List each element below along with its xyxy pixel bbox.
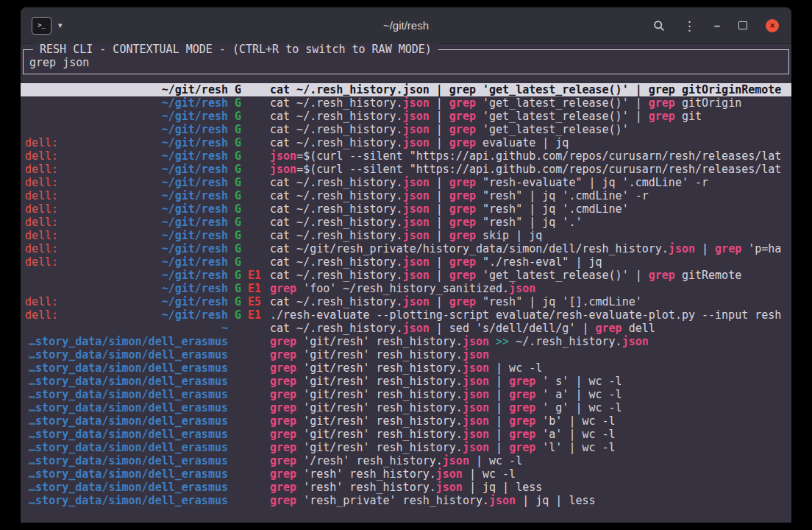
row-host: dell: <box>25 308 58 322</box>
row-flags: G <box>228 110 270 123</box>
row-directory: …story_data/simon/dell_erasmus <box>25 375 228 388</box>
row-flags <box>228 401 270 414</box>
history-row[interactable]: …story_data/simon/dell_erasmusgrep 'git/… <box>21 414 791 428</box>
git-flag: G <box>235 308 241 322</box>
query-match: json <box>669 242 695 255</box>
query-match: grep <box>449 83 476 96</box>
row-command: grep 'git/resh' resh_history.json | grep… <box>270 414 791 428</box>
history-row[interactable]: ~/git/reshGcat ~/.resh_history.json | gr… <box>21 96 791 110</box>
history-row[interactable]: dell:~/git/reshGcat ~/.resh_history.json… <box>21 216 791 229</box>
row-flags: G <box>228 136 270 149</box>
history-row[interactable]: dell:~/git/reshGjson=$(curl --silent "ht… <box>21 149 791 163</box>
query-match: json <box>622 335 649 348</box>
history-row[interactable]: ~/git/reshGE1cat ~/.resh_history.json | … <box>21 269 791 282</box>
row-directory: …story_data/simon/dell_erasmus <box>25 348 228 361</box>
row-command: grep 'git/resh' resh_history.json | wc -… <box>270 361 791 375</box>
minimize-button[interactable]: – <box>714 19 720 32</box>
row-flags <box>228 428 270 441</box>
history-row[interactable]: …story_data/simon/dell_erasmusgrep '/res… <box>21 454 791 467</box>
query-match: grep <box>449 216 476 229</box>
history-row[interactable]: dell:~/git/reshGcat ~/.resh_history.json… <box>21 202 791 216</box>
row-directory: …story_data/simon/dell_erasmus <box>25 441 228 454</box>
query-match: grep <box>509 388 535 401</box>
row-flags: G <box>228 149 270 163</box>
query-match: grep <box>649 96 675 110</box>
close-button[interactable]: × <box>766 19 779 32</box>
history-row[interactable]: dell:~/git/reshGcat ~/.resh_history.json… <box>21 136 791 149</box>
history-row[interactable]: …story_data/simon/dell_erasmusgrep 'git/… <box>21 348 791 361</box>
query-match: grep <box>509 375 535 388</box>
history-row[interactable]: dell:~/git/reshGcat ~/.resh_history.json… <box>21 229 791 242</box>
row-command: cat ~/.resh_history.json | grep "resh" |… <box>270 202 791 216</box>
row-flags: G <box>228 202 270 216</box>
row-flags: G <box>228 176 270 189</box>
terminal-app-icon[interactable]: >_ <box>32 17 51 35</box>
history-row[interactable]: …story_data/simon/dell_erasmusgrep 'resh… <box>21 467 791 481</box>
row-directory: …story_data/simon/dell_erasmus <box>25 388 228 401</box>
row-flags <box>228 335 270 348</box>
kebab-menu-icon[interactable]: ⋮ <box>683 18 696 33</box>
history-row[interactable]: dell:~/git/reshGjson=$(curl --silent "ht… <box>21 163 791 176</box>
history-row[interactable]: …story_data/simon/dell_erasmusgrep 'git/… <box>21 401 791 414</box>
titlebar[interactable]: >_ ▾ ~/git/resh ⋮ – × <box>21 7 791 44</box>
row-flags <box>228 467 270 481</box>
query-match: grep <box>509 401 535 414</box>
search-icon[interactable] <box>653 20 665 32</box>
history-row[interactable]: dell:~/git/reshGE1./resh-evaluate --plot… <box>21 308 791 322</box>
row-directory: …story_data/simon/dell_erasmus <box>25 361 228 375</box>
history-row[interactable]: …story_data/simon/dell_erasmusgrep 'git/… <box>21 375 791 388</box>
query-match: grep <box>649 110 675 123</box>
row-host: dell: <box>25 189 58 202</box>
row-command: grep 'git/resh' resh_history.json | grep… <box>270 441 791 454</box>
query-match: grep <box>449 176 476 189</box>
history-row[interactable]: …story_data/simon/dell_erasmusgrep 'resh… <box>21 481 791 494</box>
history-row[interactable]: ~/git/reshGcat ~/.resh_history.json | gr… <box>21 110 791 123</box>
query-match: json <box>403 269 430 282</box>
query-match: json <box>403 322 430 335</box>
query-match: grep <box>270 467 296 481</box>
history-row[interactable]: ~cat ~/.resh_history.json | sed 's/dell/… <box>21 322 791 335</box>
query-match: json <box>403 229 430 242</box>
history-row[interactable]: ~/git/reshGcat ~/.resh_history.json | gr… <box>21 83 791 96</box>
row-command: grep 'resh' resh_history.json | wc -l <box>270 467 791 481</box>
row-directory: ~/git/resh <box>25 282 228 295</box>
row-command: cat ~/.resh_history.json | grep "resh-ev… <box>270 176 791 189</box>
git-flag: G <box>235 242 241 255</box>
history-row[interactable]: ~/git/reshGE1grep 'foo' ~/resh_history_s… <box>21 282 791 295</box>
row-directory: …story_data/simon/dell_erasmus <box>25 414 228 428</box>
query-match: json <box>463 348 489 361</box>
history-list: ~/git/reshGcat ~/.resh_history.json | gr… <box>21 83 791 507</box>
history-row[interactable]: dell:~/git/reshGcat ~/.resh_history.json… <box>21 255 791 269</box>
git-flag: G <box>235 163 241 176</box>
row-directory: ~/git/resh <box>25 96 228 110</box>
history-row[interactable]: …story_data/simon/dell_erasmusgrep 'resh… <box>21 494 791 507</box>
restore-icon <box>738 21 747 29</box>
row-flags: GE5 <box>228 295 270 308</box>
history-row[interactable]: …story_data/simon/dell_erasmusgrep 'git/… <box>21 428 791 441</box>
history-row[interactable]: dell:~/git/reshGcat ~/.resh_history.json… <box>21 189 791 202</box>
row-directory: …story_data/simon/dell_erasmus <box>25 481 228 494</box>
restore-button[interactable] <box>738 21 747 29</box>
history-row[interactable]: …story_data/simon/dell_erasmusgrep 'git/… <box>21 335 791 348</box>
history-row[interactable]: dell:~/git/reshGE5cat ~/.resh_history.js… <box>21 295 791 308</box>
row-flags: G <box>228 255 270 269</box>
chevron-down-icon[interactable]: ▾ <box>58 21 63 30</box>
row-flags <box>228 375 270 388</box>
row-host: dell: <box>25 163 58 176</box>
history-row[interactable]: …story_data/simon/dell_erasmusgrep 'git/… <box>21 441 791 454</box>
row-command: cat ~/.resh_history.json | grep evaluate… <box>270 136 791 149</box>
query-match: json <box>463 335 489 348</box>
history-row[interactable]: dell:~/git/reshGcat ~/.resh_history.json… <box>21 176 791 189</box>
history-row[interactable]: dell:~/git/reshGcat ~/git/resh_private/h… <box>21 242 791 255</box>
row-command: grep 'git/resh' resh_history.json <box>270 348 791 361</box>
history-row[interactable]: …story_data/simon/dell_erasmusgrep 'git/… <box>21 388 791 401</box>
query-match: grep <box>596 322 622 335</box>
row-flags: G <box>228 216 270 229</box>
query-match: json <box>403 83 430 96</box>
row-command: grep 'resh_private' resh_history.json | … <box>270 494 791 507</box>
row-flags <box>228 361 270 375</box>
history-row[interactable]: ~/git/reshGcat ~/.resh_history.json | gr… <box>21 123 791 136</box>
row-host: dell: <box>25 255 58 269</box>
history-row[interactable]: …story_data/simon/dell_erasmusgrep 'git/… <box>21 361 791 375</box>
git-flag: G <box>235 96 241 110</box>
